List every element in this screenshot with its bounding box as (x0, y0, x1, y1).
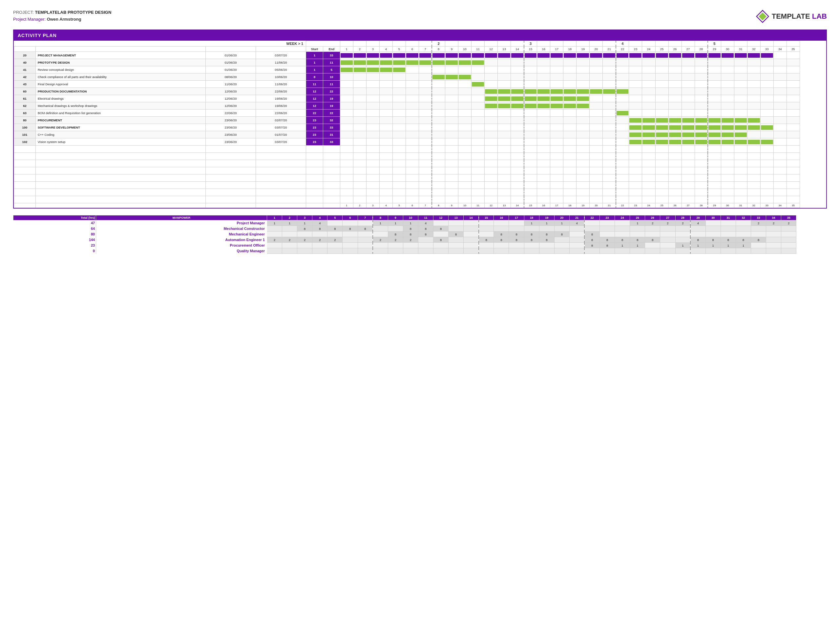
gantt-cell (406, 117, 419, 124)
row-id: 62 (14, 102, 36, 110)
manpower-table-wrapper: Total (hrs)MANPOWER123456789101112131415… (13, 215, 827, 254)
gantt-cell (682, 88, 695, 95)
empty-cell (550, 196, 564, 203)
empty-cell (306, 160, 323, 167)
gantt-cell (524, 59, 537, 66)
gantt-cell (550, 124, 564, 131)
empty-cell (14, 153, 36, 160)
empty-cell (392, 175, 406, 182)
mp-day-header-26: 26 (645, 216, 660, 220)
empty-cell (353, 196, 366, 203)
gantt-cell (629, 95, 642, 102)
gantt-cell (668, 66, 682, 74)
logo: TEMPLATE LAB (756, 10, 827, 23)
empty-cell (537, 167, 550, 175)
gantt-cell (472, 124, 485, 131)
project-title: PROJECT: TEMPLATELAB PROTOTYPE DESIGN (13, 10, 111, 15)
empty-cell (406, 167, 419, 175)
empty-cell (445, 189, 458, 196)
table-row: 101C++ Coding23/06/2001/07/202331 (14, 131, 826, 139)
gantt-cell (379, 74, 392, 81)
table-row: 80PROCUREMENT23/06/2002/07/202332 (14, 117, 826, 124)
manpower-cell (433, 231, 448, 237)
gantt-cell (642, 52, 655, 59)
gantt-cell (392, 81, 406, 88)
gantt-cell (786, 52, 800, 59)
gantt-cell (406, 102, 419, 110)
mp-day-header-35: 35 (781, 216, 796, 220)
empty-cell (205, 146, 256, 153)
empty-cell (306, 182, 323, 189)
empty-cell (511, 182, 524, 189)
row-end-week: 10 (323, 74, 340, 81)
empty-row (14, 175, 826, 182)
gantt-cell (406, 81, 419, 88)
empty-cell (576, 196, 590, 203)
manpower-cell: 8 (615, 237, 630, 243)
gantt-cell (668, 59, 682, 66)
row-activity: C++ Coding (35, 131, 205, 139)
gantt-cell (734, 88, 747, 95)
manpower-cell: 8 (600, 237, 615, 243)
logo-text: TEMPLATE LAB (772, 12, 827, 20)
gantt-cell (695, 52, 708, 59)
manpower-cell: 1 (403, 220, 418, 226)
gantt-cell (406, 74, 419, 81)
gantt-cell (668, 102, 682, 110)
gantt-cell (550, 88, 564, 95)
manpower-cell (358, 220, 373, 226)
empty-cell (366, 160, 379, 167)
manpower-cell: 8 (509, 237, 524, 243)
empty-cell (564, 175, 576, 182)
empty-cell (668, 160, 682, 167)
week-header-day-28 (695, 41, 708, 47)
gantt-cell (472, 131, 485, 139)
empty-cell (432, 153, 445, 160)
manpower-cell: 1 (388, 220, 403, 226)
gantt-cell (445, 131, 458, 139)
manpower-cell (720, 226, 736, 231)
gantt-cell (655, 124, 668, 131)
empty-cell (432, 175, 445, 182)
mp-day-header-10: 10 (403, 216, 418, 220)
manpower-cell (418, 248, 433, 254)
row-id: 101 (14, 131, 36, 139)
empty-cell (616, 196, 629, 203)
gantt-cell (616, 66, 629, 74)
gantt-cell (458, 131, 472, 139)
gantt-cell (629, 81, 642, 88)
empty-cell (353, 153, 366, 160)
footer-day-30: 30 (721, 203, 734, 208)
week-header-day-31 (734, 41, 747, 47)
empty-row (14, 196, 826, 203)
gantt-cell (550, 66, 564, 74)
gantt-table: WEEK > 12345StartEnd12345678910111213141… (14, 41, 826, 208)
gantt-cell (786, 95, 800, 102)
gantt-cell (366, 110, 379, 117)
gantt-cell (603, 95, 616, 102)
empty-cell (668, 167, 682, 175)
manpower-cell (645, 243, 660, 248)
empty-cell (353, 160, 366, 167)
footer-day-31: 31 (734, 203, 747, 208)
empty-cell (524, 146, 537, 153)
gantt-cell (524, 139, 537, 146)
empty-cell (564, 196, 576, 203)
footer-empty-4 (306, 203, 323, 208)
day-num-28: 28 (695, 47, 708, 52)
gantt-cell (353, 74, 366, 81)
footer-day-28: 28 (695, 203, 708, 208)
gantt-cell (708, 66, 721, 74)
day-num-5: 5 (392, 47, 406, 52)
day-num-6: 6 (406, 47, 419, 52)
gantt-cell (603, 88, 616, 95)
gantt-cell (734, 74, 747, 81)
manpower-cell: 8 (297, 226, 313, 231)
manpower-cell: 8 (720, 237, 736, 243)
gantt-cell (774, 124, 786, 131)
row-end-date: 22/06/20 (256, 88, 306, 95)
manpower-cell (675, 237, 690, 243)
row-start-week: 12 (306, 102, 323, 110)
gantt-cell (472, 139, 485, 146)
gantt-cell (432, 88, 445, 95)
